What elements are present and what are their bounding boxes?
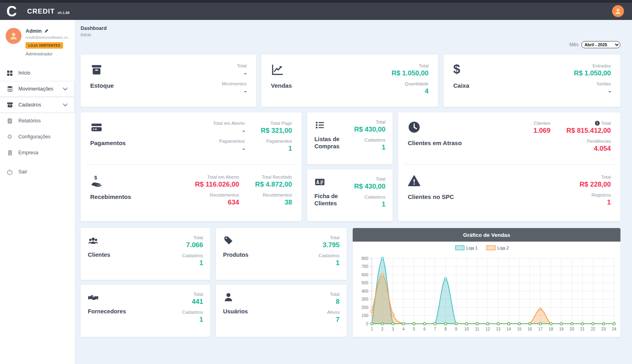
svg-text:13: 13 — [496, 327, 501, 331]
sidebar-item-cadastros[interactable]: Cadastros — [0, 97, 75, 113]
svg-text:700: 700 — [361, 264, 368, 269]
card-title: Usuários — [223, 308, 248, 315]
building-icon — [6, 150, 13, 156]
sidebar-item-sair[interactable]: Sair — [0, 164, 75, 180]
stat-value: - — [243, 145, 245, 153]
users-icon — [88, 235, 99, 246]
stat-value: R$ 815.412,00 — [566, 127, 611, 135]
card-fornecedores[interactable]: Fornecedores Total 441 Cadastros 1 — [81, 285, 210, 337]
stat-value: 7 — [336, 316, 340, 324]
sidebar-item-inicio[interactable]: Início — [0, 65, 75, 81]
power-icon — [6, 169, 13, 175]
stat-value: 1 — [382, 201, 385, 209]
stat-label: Cadastros — [182, 310, 203, 315]
svg-text:24: 24 — [612, 327, 616, 331]
stat-label: Total — [376, 120, 385, 124]
edit-pencil-icon[interactable] — [44, 29, 49, 33]
stat-value: - — [608, 87, 611, 95]
sidebar-nav: Início Movimentações Cadastros — [0, 65, 75, 180]
stat-label: Movimentos — [222, 81, 247, 86]
card-usuarios[interactable]: Usuários Total 8 Ativos 7 — [216, 285, 347, 337]
sidebar-item-configuracoes[interactable]: ⚙ Configurações — [0, 129, 75, 145]
stat-value: 38 — [284, 199, 292, 207]
sidebar: Admin credit@anronsoftware.co... LOJA VE… — [0, 20, 75, 364]
stat-value: 1 — [199, 316, 203, 324]
stat-value: 1 — [288, 145, 292, 153]
card-estoque[interactable]: Estoque Total - Movimentos - — [81, 55, 256, 107]
stat-label: Entradas — [592, 63, 611, 68]
stat-value: 8 — [336, 298, 340, 306]
grid-icon — [6, 70, 13, 77]
stat-label: Total — [194, 292, 203, 297]
svg-text:11: 11 — [475, 327, 480, 331]
sidebar-item-label: Movimentações — [18, 86, 53, 92]
month-label: Mês — [569, 42, 579, 47]
stat-value: 7.066 — [186, 241, 203, 249]
app-logo: C — [6, 4, 17, 20]
card-atraso-spc[interactable]: Clientes em Atraso Clientes 1.069 iTotal… — [398, 112, 620, 221]
month-select[interactable]: Abril - 2025 — [581, 41, 620, 48]
clientes-em-atraso-section: Clientes em Atraso Clientes 1.069 iTotal… — [398, 112, 620, 162]
stat-value: 4 — [425, 87, 429, 95]
sales-chart-svg: 0100200300400500600700800123456789101112… — [353, 242, 620, 337]
top-strip — [0, 0, 632, 3]
stat-value: 441 — [192, 298, 203, 306]
recebimentos-section: $ Recebimentos Total em Aberto R$ 116.02… — [81, 166, 302, 216]
card-clientes[interactable]: Clientes Total 7.066 Cadastros 1 — [81, 228, 210, 280]
card-title: Ficha de Clientes — [314, 193, 353, 207]
svg-text:7: 7 — [434, 327, 436, 331]
card-listas-de-compras[interactable]: Listas de Compras Total R$ 430,00 Cadast… — [307, 112, 393, 164]
svg-text:800: 800 — [361, 256, 368, 261]
warning-icon — [408, 175, 421, 187]
store-badge: LOJA VERTENTES — [26, 42, 63, 49]
svg-text:23: 23 — [601, 327, 606, 331]
stat-value: 1 — [199, 259, 203, 267]
sidebar-item-relatorios[interactable]: Relatórios — [0, 113, 75, 129]
dollar-icon: $ — [453, 63, 466, 76]
dashed-divider — [87, 164, 295, 165]
user-name: Admin — [26, 28, 41, 34]
stat-label: Pendências — [587, 139, 611, 144]
dashed-divider — [405, 164, 614, 165]
svg-text:14: 14 — [507, 327, 512, 331]
card-title: Caixa — [453, 82, 469, 90]
svg-text:3: 3 — [392, 327, 394, 331]
gear-icon: ⚙ — [6, 134, 13, 140]
stat-label: Total — [376, 177, 385, 181]
card-caixa[interactable]: $ Caixa Entradas R$ 1.050,00 Saídas - — [444, 55, 620, 107]
stat-label: Total em Aberto — [207, 175, 239, 179]
svg-text:22: 22 — [591, 327, 596, 331]
main-content: Dashboard Início Mês Abril - 2025 Estoqu… — [75, 20, 632, 364]
svg-text:9: 9 — [455, 327, 457, 331]
stat-label: Total Recebido — [262, 175, 292, 179]
clientes-no-spc-section: Clientes no SPC Total R$ 228,00 Registro… — [398, 166, 620, 216]
breadcrumb: Início — [81, 32, 91, 37]
svg-text:10: 10 — [464, 327, 469, 331]
svg-text:2: 2 — [381, 327, 384, 331]
card-pagamentos-recebimentos[interactable]: Pagamentos Total em Aberto - Pagamentos … — [81, 112, 302, 221]
card-vendas[interactable]: Vendas Total R$ 1.050,00 Quantidade 4 — [261, 55, 438, 107]
header-avatar[interactable] — [612, 5, 624, 17]
card-title: Pagamentos — [90, 140, 126, 147]
stat-value: - — [243, 127, 245, 135]
svg-text:21: 21 — [580, 327, 585, 331]
sidebar-item-movimentacoes[interactable]: Movimentações — [0, 81, 75, 97]
card-ficha-de-clientes[interactable]: Ficha de Clientes Total R$ 430,00 Cadast… — [307, 169, 393, 221]
info-icon[interactable]: i — [595, 121, 600, 126]
page-title: Dashboard — [81, 26, 107, 31]
stat-label: Total — [330, 292, 340, 297]
svg-text:300: 300 — [361, 297, 368, 301]
card-title: Produtos — [223, 251, 249, 258]
sidebar-item-empresa[interactable]: Empresa — [0, 145, 75, 161]
tag-icon — [223, 235, 234, 246]
sidebar-item-label: Configurações — [18, 134, 51, 140]
card-produtos[interactable]: Produtos Total 3.795 Cadastros 1 — [216, 228, 347, 280]
clock-icon — [408, 121, 421, 134]
svg-text:0: 0 — [366, 322, 368, 326]
card-title: Listas de Compras — [314, 136, 353, 150]
stat-label: iTotal — [595, 121, 611, 126]
avatar[interactable] — [6, 28, 22, 44]
sidebar-item-label: Empresa — [18, 150, 38, 155]
stat-label: Total em Aberto — [213, 121, 245, 126]
user-email: credit@anronsoftware.co... — [26, 35, 70, 39]
